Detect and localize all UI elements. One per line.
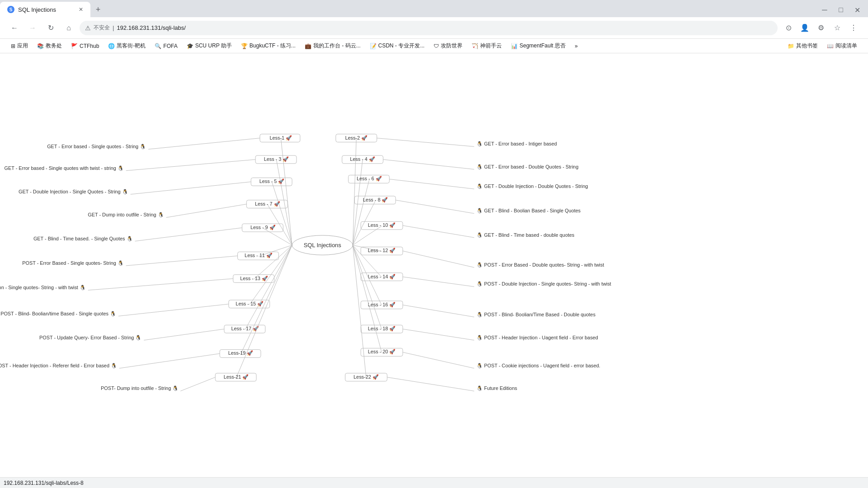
svg-text:🐧 GET - Blind - Boolian Based: 🐧 GET - Blind - Boolian Based - Single Q… bbox=[476, 207, 581, 214]
svg-line-56 bbox=[389, 179, 474, 189]
back-button[interactable]: ← bbox=[7, 21, 22, 35]
bookmark-more[interactable]: » bbox=[571, 42, 581, 50]
svg-text:🐧 Future Editions: 🐧 Future Editions bbox=[476, 385, 518, 391]
svg-line-12 bbox=[131, 182, 251, 194]
svg-line-60 bbox=[396, 200, 474, 214]
svg-line-8 bbox=[126, 160, 255, 171]
svg-text:Less - 14 🚀: Less - 14 🚀 bbox=[368, 273, 396, 280]
svg-text:🐧 GET - Error based - Double : 🐧 GET - Error based - Double Quotes - St… bbox=[476, 164, 579, 170]
url-text: 192.168.231.131/sqli-labs/ bbox=[117, 24, 186, 31]
bookmark-gfw[interactable]: 🛡 攻防世界 bbox=[430, 41, 466, 51]
svg-text:Less - 7 🚀: Less - 7 🚀 bbox=[255, 201, 280, 207]
svg-line-44 bbox=[180, 377, 215, 391]
minimize-button[interactable]: ─ bbox=[817, 3, 832, 17]
svg-text:🐧 POST - Error Based - Double: 🐧 POST - Error Based - Double quotes- St… bbox=[476, 262, 604, 268]
bookmark-sjsy[interactable]: 🏹 神箭手云 bbox=[468, 41, 505, 51]
svg-text:Less - 6 🚀: Less - 6 🚀 bbox=[357, 175, 382, 182]
bookmark-sf[interactable]: 📊 SegmentFault 思否 bbox=[507, 41, 569, 51]
svg-text:🐧 POST - Cookie injections - : 🐧 POST - Cookie injections - Uagent fiel… bbox=[476, 362, 600, 369]
bookmark-readlist[interactable]: 📖 阅读清单 bbox=[823, 41, 861, 51]
svg-text:Less - 9 🚀: Less - 9 🚀 bbox=[250, 224, 276, 230]
bookmark-jwc[interactable]: 📚 教务处 bbox=[33, 41, 66, 51]
status-url: 192.168.231.131/sqli-labs/Less-8 bbox=[4, 480, 84, 486]
bookmark-other[interactable]: 📁 其他书签 bbox=[784, 41, 821, 51]
svg-line-48 bbox=[377, 138, 474, 147]
svg-line-72 bbox=[403, 277, 474, 287]
address-bar[interactable]: ⚠ 不安全 | 192.168.231.131/sqli-labs/ bbox=[80, 21, 778, 35]
bookmark-ctfhub[interactable]: 🚩 CTFhub bbox=[67, 42, 103, 50]
svg-line-68 bbox=[403, 251, 474, 267]
svg-text:Less - 3 🚀: Less - 3 🚀 bbox=[264, 156, 289, 162]
svg-line-24 bbox=[126, 256, 238, 266]
svg-line-36 bbox=[144, 329, 224, 340]
svg-line-64 bbox=[403, 225, 474, 238]
tab-bar: S SQL Injections ✕ + ─ □ ✕ bbox=[0, 0, 868, 17]
svg-text:GET - Error based - Single quo: GET - Error based - Single quotes - Stri… bbox=[47, 143, 146, 150]
svg-line-4 bbox=[148, 138, 260, 150]
svg-text:Less-2 🚀: Less-2 🚀 bbox=[345, 135, 368, 141]
svg-line-52 bbox=[383, 160, 474, 169]
tab-close-button[interactable]: ✕ bbox=[79, 6, 83, 13]
bookmark-scu[interactable]: 🎓 SCU URP 助手 bbox=[183, 41, 236, 51]
reload-button[interactable]: ↻ bbox=[43, 21, 58, 35]
account-icon[interactable]: 👤 bbox=[797, 21, 812, 35]
svg-text:POST - Error Based - Single qu: POST - Error Based - Single quotes- Stri… bbox=[22, 260, 123, 266]
svg-line-80 bbox=[403, 329, 474, 340]
tab-title: SQL Injections bbox=[18, 6, 56, 13]
forward-button[interactable]: → bbox=[25, 21, 40, 35]
svg-text:SQL Injections: SQL Injections bbox=[304, 242, 341, 249]
svg-text:Less - 10 🚀: Less - 10 🚀 bbox=[368, 222, 396, 228]
mindmap-svg: SQL Injections Less-1 🚀 GET - Error base… bbox=[0, 53, 868, 477]
svg-text:GET - Double Injection - Singl: GET - Double Injection - Single Quotes -… bbox=[19, 188, 128, 195]
svg-text:🐧 POST - Header Injection - U: 🐧 POST - Header Injection - Uagent field… bbox=[476, 334, 598, 341]
svg-text:🐧 GET - Error based - Intiger: 🐧 GET - Error based - Intiger based bbox=[476, 141, 557, 147]
bookmarks-bar: ⊞ 应用 📚 教务处 🚩 CTFhub 🌐 黑客街-靶机 🔍 FOFA 🎓 SC… bbox=[0, 39, 868, 53]
page-content: SQL Injections Less-1 🚀 GET - Error base… bbox=[0, 53, 868, 477]
svg-text:POST- Dump into outfile - Stri: POST- Dump into outfile - String 🐧 bbox=[101, 385, 179, 391]
svg-text:Less - 16 🚀: Less - 16 🚀 bbox=[368, 301, 396, 308]
svg-text:🐧 POST - Double Injection - S: 🐧 POST - Double Injection - Single quote… bbox=[476, 281, 611, 287]
home-button[interactable]: ⌂ bbox=[61, 21, 76, 35]
svg-text:Less - 20 🚀: Less - 20 🚀 bbox=[368, 348, 396, 355]
extension-icon[interactable]: ⚙ bbox=[814, 21, 828, 35]
insecure-label: 不安全 bbox=[94, 24, 110, 32]
bookmark-bugku[interactable]: 🏆 BugkuCTF - 练习... bbox=[237, 41, 299, 51]
bookmark-apps[interactable]: ⊞ 应用 bbox=[7, 41, 32, 51]
svg-line-28 bbox=[88, 279, 233, 291]
svg-text:GET - Error based - Single quo: GET - Error based - Single quotes with t… bbox=[5, 165, 124, 171]
nav-bar: ← → ↻ ⌂ ⚠ 不安全 | 192.168.231.131/sqli-lab… bbox=[0, 17, 868, 39]
bookmark-gitee[interactable]: 💼 我的工作台 - 码云... bbox=[301, 41, 364, 51]
browser-window: S SQL Injections ✕ + ─ □ ✕ ← → ↻ ⌂ ⚠ 不安全… bbox=[0, 0, 868, 488]
svg-line-88 bbox=[387, 377, 474, 391]
svg-text:🐧 GET - Double Injection - Do: 🐧 GET - Double Injection - Double Quotes… bbox=[476, 183, 588, 189]
close-button[interactable]: ✕ bbox=[850, 3, 864, 17]
new-tab-button[interactable]: + bbox=[90, 2, 106, 17]
svg-line-32 bbox=[118, 304, 229, 316]
svg-text:Less - 17 🚀: Less - 17 🚀 bbox=[231, 325, 259, 332]
maximize-button[interactable]: □ bbox=[834, 3, 848, 17]
bookmark-fofa[interactable]: 🔍 FOFA bbox=[151, 42, 181, 50]
svg-text:🐧 GET - Blind - Time based - : 🐧 GET - Blind - Time based - double quot… bbox=[476, 232, 575, 238]
security-icon: ⚠ bbox=[85, 24, 91, 32]
svg-text:GET - Dump into outfile - Stri: GET - Dump into outfile - String 🐧 bbox=[88, 211, 164, 218]
svg-line-40 bbox=[119, 353, 220, 368]
bookmark-csdn[interactable]: 📝 CSDN - 专业开发... bbox=[366, 41, 429, 51]
svg-text:POST - Header Injection - Refe: POST - Header Injection - Referer field … bbox=[0, 362, 117, 369]
cast-icon[interactable]: ⊙ bbox=[781, 21, 796, 35]
address-separator: | bbox=[113, 24, 114, 31]
svg-text:GET - Blind - Time based. -  S: GET - Blind - Time based. - Single Quote… bbox=[33, 235, 133, 242]
svg-text:Less-22 🚀: Less-22 🚀 bbox=[354, 374, 379, 380]
menu-icon[interactable]: ⋮ bbox=[846, 21, 861, 35]
svg-text:Less - 12 🚀: Less - 12 🚀 bbox=[368, 247, 396, 253]
svg-line-20 bbox=[135, 228, 242, 241]
active-tab[interactable]: S SQL Injections ✕ bbox=[0, 2, 90, 17]
svg-text:Less - 18 🚀: Less - 18 🚀 bbox=[368, 325, 396, 332]
svg-text:Less-19 🚀: Less-19 🚀 bbox=[228, 350, 254, 356]
svg-line-76 bbox=[403, 305, 474, 317]
nav-icons: ⊙ 👤 ⚙ ☆ ⋮ bbox=[781, 21, 861, 35]
tab-favicon: S bbox=[7, 6, 14, 13]
bookmark-hacker[interactable]: 🌐 黑客街-靶机 bbox=[104, 41, 149, 51]
svg-text:Less-1 🚀: Less-1 🚀 bbox=[270, 135, 292, 141]
svg-text:🐧 POST - Blind- Boolian/Time : 🐧 POST - Blind- Boolian/Time Based - Dou… bbox=[476, 311, 596, 318]
bookmark-icon[interactable]: ☆ bbox=[830, 21, 844, 35]
